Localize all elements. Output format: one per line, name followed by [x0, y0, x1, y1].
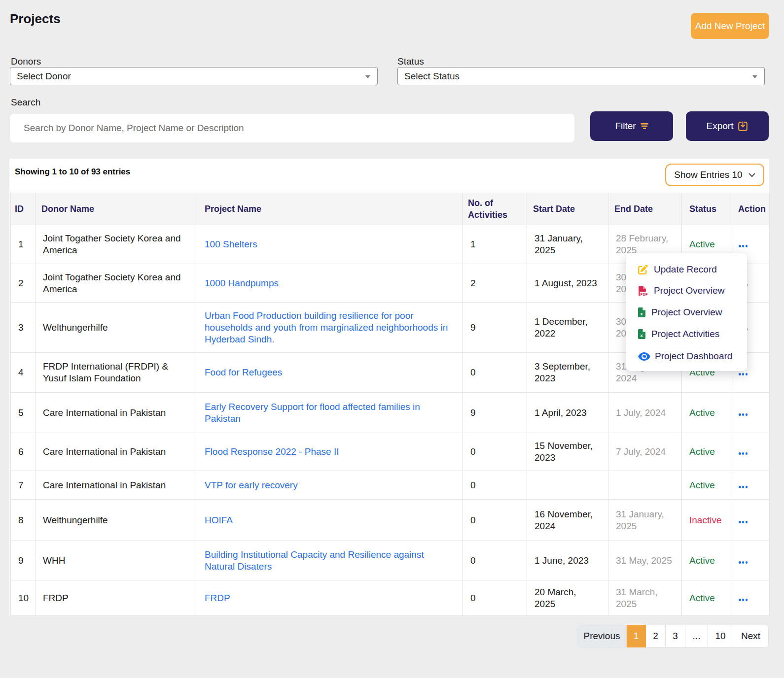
svg-text:PDF: PDF	[641, 292, 648, 296]
svg-text:x: x	[640, 333, 643, 338]
svg-text:x: x	[640, 311, 643, 316]
